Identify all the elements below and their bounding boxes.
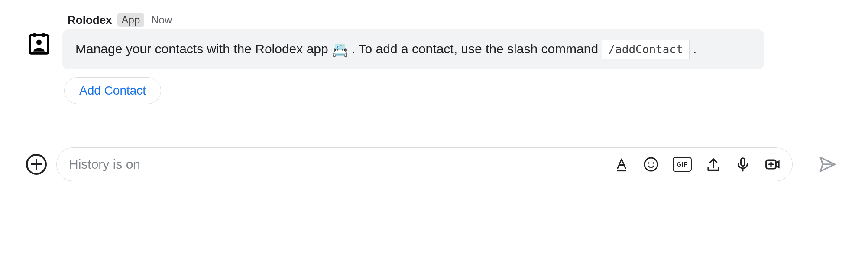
message-text-prefix: Manage your contacts with the Rolodex ap… bbox=[75, 42, 332, 56]
upload-icon[interactable] bbox=[706, 157, 721, 172]
send-button[interactable] bbox=[817, 154, 838, 175]
mic-icon[interactable] bbox=[735, 157, 751, 172]
svg-rect-1 bbox=[33, 33, 36, 37]
compose-input[interactable] bbox=[69, 157, 614, 172]
card-index-emoji: 📇 bbox=[332, 40, 348, 60]
emoji-icon[interactable] bbox=[643, 157, 659, 172]
svg-rect-2 bbox=[42, 33, 45, 37]
compose-area: GIF bbox=[26, 147, 842, 181]
svg-point-6 bbox=[652, 162, 654, 164]
message-row: Rolodex App Now Manage your contacts wit… bbox=[26, 13, 842, 104]
contact-calendar-icon bbox=[27, 31, 51, 56]
compose-toolbar: GIF bbox=[614, 157, 780, 172]
gif-icon[interactable]: GIF bbox=[673, 157, 692, 172]
message-text-suffix: . bbox=[693, 42, 696, 56]
sender-name: Rolodex bbox=[68, 13, 112, 27]
message-header: Rolodex App Now bbox=[62, 13, 842, 27]
video-upload-icon[interactable] bbox=[764, 157, 780, 172]
message-timestamp: Now bbox=[151, 14, 172, 26]
message-column: Rolodex App Now Manage your contacts wit… bbox=[62, 13, 842, 104]
svg-rect-7 bbox=[741, 158, 745, 166]
format-text-icon[interactable] bbox=[614, 157, 629, 172]
svg-point-5 bbox=[648, 162, 650, 164]
app-badge: App bbox=[117, 13, 145, 27]
slash-command-chip: /addContact bbox=[602, 40, 690, 59]
message-bubble: Manage your contacts with the Rolodex ap… bbox=[62, 29, 764, 69]
action-row: Add Contact bbox=[62, 77, 842, 104]
app-avatar bbox=[26, 30, 52, 56]
svg-point-4 bbox=[645, 158, 657, 171]
message-text-after-emoji: . To add a contact, use the slash comman… bbox=[351, 42, 602, 56]
compose-box[interactable]: GIF bbox=[56, 147, 793, 181]
add-attachment-button[interactable] bbox=[26, 154, 47, 175]
svg-point-3 bbox=[36, 40, 42, 45]
add-contact-button[interactable]: Add Contact bbox=[64, 77, 161, 104]
